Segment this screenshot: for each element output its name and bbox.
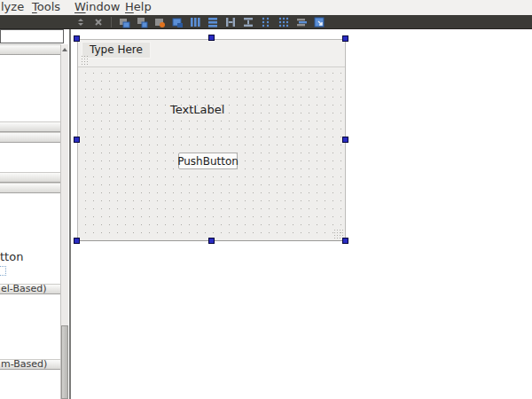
- widget-item-button-truncated[interactable]: tton: [0, 251, 23, 262]
- selection-handle-middle-right[interactable]: [342, 137, 348, 143]
- edit-widgets-icon[interactable]: [117, 16, 131, 28]
- selection-handle-top-center[interactable]: [208, 35, 215, 41]
- up-down-arrows-icon[interactable]: [74, 16, 88, 28]
- selection-handle-bottom-left[interactable]: [74, 238, 80, 244]
- widget-category-header-model-based[interactable]: el-Based): [0, 284, 60, 294]
- edit-signals-slots-icon[interactable]: [135, 16, 149, 28]
- form-menu-bar: Type Here: [78, 40, 345, 67]
- selection-handle-top-left[interactable]: [74, 35, 80, 42]
- designer-toolbar: [0, 15, 532, 29]
- lay-out-vertical-splitter-icon[interactable]: [241, 16, 255, 28]
- scrollbar-up-arrow-icon[interactable]: [61, 46, 68, 53]
- break-layout-icon[interactable]: [294, 16, 309, 28]
- lay-out-form-layout-icon[interactable]: [259, 16, 273, 28]
- widget-category-header[interactable]: [0, 121, 60, 132]
- menu-bar: lyze Tools Window Help: [0, 0, 532, 15]
- selection-handle-bottom-right[interactable]: [342, 238, 348, 244]
- add-menu-indicator: [81, 55, 89, 66]
- form-editor-canvas[interactable]: Type Here TextLabel PushButton: [71, 29, 532, 399]
- widget-category-header[interactable]: [0, 172, 60, 183]
- close-icon[interactable]: [91, 16, 106, 28]
- lay-out-horizontal-splitter-icon[interactable]: [223, 16, 238, 28]
- widget-category-header[interactable]: [0, 132, 60, 143]
- widget-filter-input[interactable]: [0, 29, 64, 43]
- designed-form[interactable]: Type Here TextLabel PushButton: [77, 39, 346, 241]
- form-push-button[interactable]: PushButton: [178, 153, 238, 169]
- selection-handle-top-right[interactable]: [342, 35, 348, 42]
- qt-designer-window: lyze Tools Window Help: [0, 0, 532, 399]
- sidebar-scrollbar[interactable]: [60, 44, 68, 399]
- form-text-label[interactable]: TextLabel: [170, 104, 224, 115]
- scrollbar-thumb[interactable]: [61, 325, 68, 399]
- selection-handle-middle-left[interactable]: [74, 137, 80, 143]
- lay-out-grid-icon[interactable]: [277, 16, 291, 28]
- menu-window[interactable]: Window: [74, 0, 120, 15]
- toolbar-separator: [111, 17, 112, 27]
- widget-category-header[interactable]: [0, 44, 60, 55]
- widget-box-panel: tton el-Based) m-Based): [0, 29, 69, 399]
- widget-category-header-item-based[interactable]: m-Based): [0, 359, 60, 370]
- menu-analyze[interactable]: lyze: [1, 0, 24, 15]
- menu-help[interactable]: Help: [125, 0, 152, 15]
- widget-category-header[interactable]: [0, 183, 60, 193]
- widget-icon-fragment: [0, 266, 6, 276]
- form-grid-area[interactable]: TextLabel PushButton: [78, 66, 345, 240]
- menu-type-here-placeholder[interactable]: Type Here: [82, 42, 151, 59]
- edit-tab-order-icon[interactable]: [170, 16, 184, 28]
- selection-handle-bottom-center[interactable]: [208, 238, 215, 244]
- menu-tools[interactable]: Tools: [32, 0, 60, 15]
- adjust-size-icon[interactable]: [312, 16, 326, 28]
- edit-buddies-icon[interactable]: [153, 16, 167, 28]
- lay-out-horizontally-icon[interactable]: [188, 16, 202, 28]
- lay-out-vertically-icon[interactable]: [206, 16, 220, 28]
